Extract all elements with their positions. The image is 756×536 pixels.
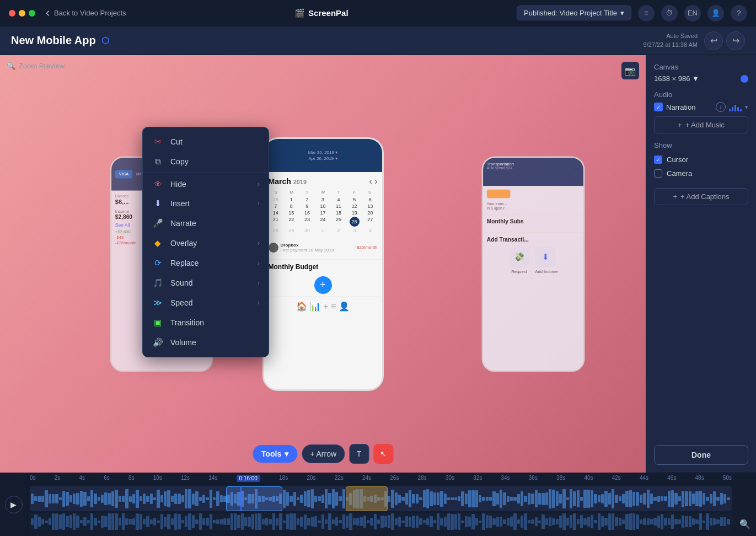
add-music-plus-icon: + bbox=[678, 121, 682, 129]
cursor-checkbox[interactable]: ✓ bbox=[654, 156, 662, 164]
play-button-area: ▶ bbox=[0, 473, 28, 536]
speed-chevron: › bbox=[258, 299, 260, 307]
language-button[interactable]: EN bbox=[684, 5, 701, 22]
show-section-title: Show bbox=[654, 141, 748, 149]
speed-icon: ≫ bbox=[152, 298, 164, 308]
narration-checkbox[interactable]: ✓ bbox=[654, 103, 663, 111]
maximize-traffic-light[interactable] bbox=[29, 10, 35, 17]
canvas-section: Canvas 1638 × 986 ▼ bbox=[654, 63, 748, 83]
volume-label: Volume bbox=[170, 338, 196, 347]
narrate-label: Narrate bbox=[170, 219, 196, 228]
transition-label: Transition bbox=[170, 318, 204, 327]
overlay-chevron: › bbox=[258, 239, 260, 247]
tools-chevron-icon: ▾ bbox=[285, 449, 288, 458]
context-menu-copy[interactable]: ⧉ Copy bbox=[143, 152, 269, 171]
timeline-search-area: 🔍 bbox=[734, 473, 756, 536]
context-menu-replace[interactable]: ⟳ Replace › bbox=[143, 253, 269, 273]
canvas-section-title: Canvas bbox=[654, 63, 748, 71]
sound-chevron: › bbox=[258, 279, 260, 287]
right-panel: Canvas 1638 × 986 ▼ Audio ✓ Narration i bbox=[646, 55, 756, 473]
close-traffic-light[interactable] bbox=[9, 10, 15, 17]
menu-button[interactable]: ≡ bbox=[638, 5, 655, 22]
replace-chevron: › bbox=[258, 259, 260, 267]
audio-section: Audio ✓ Narration i ▾ bbox=[654, 90, 748, 133]
overlay-icon: ◆ bbox=[152, 238, 164, 248]
timeline-ruler: 0s 2s 4s 6s 8s 10s 12s 14s 0:16:00 18s 2… bbox=[28, 473, 734, 484]
ruler-marks: 0s 2s 4s 6s 8s 10s 12s 14s 0:16:00 18s 2… bbox=[30, 475, 732, 482]
main-area: 🔍 Zoom Preview 📷 VISA Mandi Balance $6,.… bbox=[0, 55, 756, 473]
top-bar-right: Published: Video Project Title ▾ ≡ ⏱ EN … bbox=[517, 5, 747, 22]
playhead[interactable] bbox=[240, 486, 242, 511]
zoom-preview[interactable]: 🔍 Zoom Preview bbox=[7, 62, 65, 70]
secondary-waveform-visual bbox=[30, 513, 732, 530]
context-menu-sound[interactable]: 🎵 Sound › bbox=[143, 273, 269, 293]
narrate-icon: 🎤 bbox=[152, 218, 164, 228]
replace-icon: ⟳ bbox=[152, 258, 164, 268]
audio-section-title: Audio bbox=[654, 90, 748, 99]
volume-icon: 🔊 bbox=[152, 337, 164, 347]
show-section: Show ✓ Cursor Camera bbox=[654, 141, 748, 180]
secondary-waveform-track[interactable] bbox=[30, 513, 732, 530]
profile-button[interactable]: 👤 bbox=[707, 5, 724, 22]
insert-chevron: › bbox=[258, 200, 260, 207]
timeline-search-button[interactable]: 🔍 bbox=[737, 516, 753, 532]
cursor-show-item: ✓ Cursor bbox=[654, 153, 748, 167]
top-bar-left: Back to Video Projects bbox=[9, 9, 126, 17]
auto-saved-text: Auto Saved 9/27/22 at 11:38 AM bbox=[644, 32, 698, 49]
context-menu-narrate[interactable]: 🎤 Narrate bbox=[143, 213, 269, 233]
context-menu-speed[interactable]: ≫ Speed › bbox=[143, 293, 269, 313]
narration-info-icon[interactable]: i bbox=[716, 102, 726, 112]
narration-row: ✓ Narration i ▾ bbox=[654, 102, 748, 112]
edit-title-icon[interactable]: ⬡ bbox=[101, 35, 109, 46]
main-waveform-track[interactable] bbox=[30, 486, 732, 511]
hide-chevron: › bbox=[258, 180, 260, 188]
chevron-down-icon: ▾ bbox=[620, 9, 624, 17]
overlay-label: Overlay bbox=[170, 239, 197, 248]
context-menu-overlay[interactable]: ◆ Overlay › bbox=[143, 233, 269, 253]
canvas-size-button[interactable]: 1638 × 986 ▼ bbox=[654, 74, 699, 83]
context-menu-cut[interactable]: ✂ Cut bbox=[143, 132, 269, 152]
timeline-content[interactable]: 0s 2s 4s 6s 8s 10s 12s 14s 0:16:00 18s 2… bbox=[28, 473, 734, 536]
play-button[interactable]: ▶ bbox=[5, 496, 23, 513]
context-menu-transition[interactable]: ▣ Transition bbox=[143, 313, 269, 333]
waveform-icon bbox=[729, 103, 742, 111]
undo-button[interactable]: ↩ bbox=[704, 31, 723, 50]
tools-button[interactable]: Tools ▾ bbox=[253, 445, 297, 463]
publish-button[interactable]: Published: Video Project Title ▾ bbox=[517, 6, 631, 20]
history-button[interactable]: ⏱ bbox=[661, 5, 678, 22]
insert-label: Insert bbox=[170, 199, 190, 208]
video-preview: VISA Mandi Balance $6,... Income $2,860 … bbox=[0, 55, 646, 473]
redo-button[interactable]: ↪ bbox=[726, 31, 745, 50]
app-logo-title: 🎬 ScreenPal bbox=[294, 8, 348, 18]
zoom-icon: 🔍 bbox=[7, 62, 15, 70]
cut-label: Cut bbox=[170, 137, 183, 146]
camera-show-item: Camera bbox=[654, 167, 748, 180]
camera-button[interactable]: 📷 bbox=[621, 62, 639, 79]
camera-checkbox[interactable] bbox=[654, 169, 662, 178]
sound-label: Sound bbox=[170, 278, 192, 287]
timeline: ▶ 0s 2s 4s 6s 8s 10s 12s 14s 0:16:00 18s… bbox=[0, 473, 756, 536]
center-phone: Mar 26, 2019 ▾ Apr 26, 2019 ▾ March 2019… bbox=[262, 137, 384, 391]
cut-icon: ✂ bbox=[152, 137, 164, 147]
context-menu: ✂ Cut ⧉ Copy 👁 Hide › ⬇ bbox=[142, 127, 269, 357]
add-music-button[interactable]: + + Add Music bbox=[654, 116, 748, 133]
add-captions-button[interactable]: + + Add Captions bbox=[654, 188, 748, 205]
minimize-traffic-light[interactable] bbox=[19, 10, 25, 17]
text-tool-button[interactable]: T bbox=[349, 444, 369, 464]
project-title-area: New Mobile App ⬡ bbox=[11, 34, 109, 47]
arrow-button[interactable]: + Arrow bbox=[302, 444, 345, 463]
canvas-toggle-dot[interactable] bbox=[741, 75, 748, 83]
done-button[interactable]: Done bbox=[654, 445, 748, 465]
context-menu-volume[interactable]: 🔊 Volume bbox=[143, 333, 269, 352]
right-phone: Transportation AHk spend $24... Your tra… bbox=[482, 156, 585, 372]
cursor-icon: ↖ bbox=[380, 449, 387, 458]
highlight-segment-1 bbox=[226, 486, 282, 511]
context-menu-insert[interactable]: ⬇ Insert › bbox=[143, 194, 269, 213]
context-menu-hide[interactable]: 👁 Hide › bbox=[143, 174, 269, 194]
help-button[interactable]: ? bbox=[731, 5, 747, 22]
back-button[interactable]: Back to Video Projects bbox=[44, 9, 126, 17]
cursor-tool-button[interactable]: ↖ bbox=[373, 444, 393, 464]
screenpal-icon: 🎬 bbox=[294, 8, 305, 18]
camera-icon: 📷 bbox=[625, 66, 636, 76]
undo-redo-buttons: ↩ ↪ bbox=[704, 31, 745, 50]
